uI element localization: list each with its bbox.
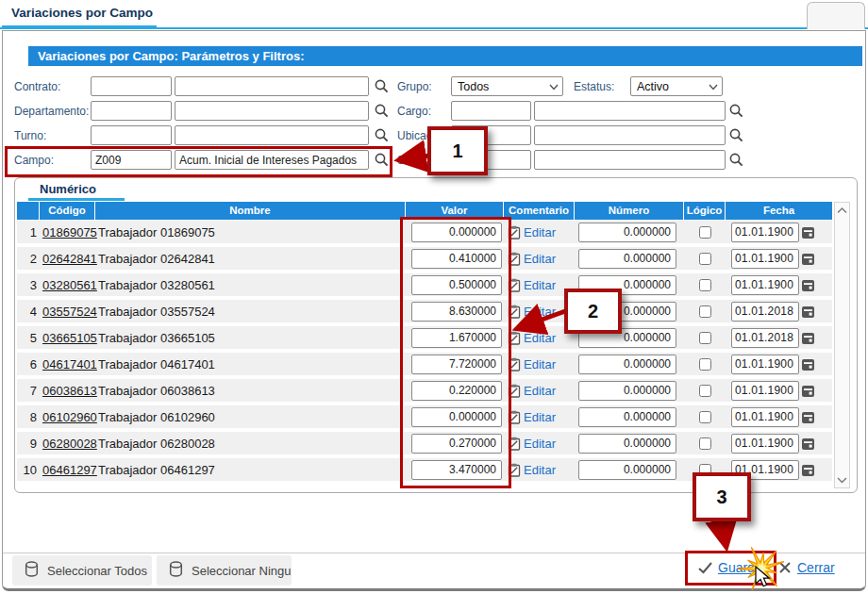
- fecha-input[interactable]: [731, 355, 799, 374]
- calendar-icon[interactable]: [801, 410, 815, 424]
- valor-input[interactable]: [411, 249, 502, 269]
- logico-checkbox[interactable]: [699, 358, 711, 371]
- codigo-link[interactable]: 06280028: [42, 437, 97, 451]
- calendar-icon[interactable]: [801, 225, 815, 239]
- scroll-down-icon[interactable]: [835, 472, 849, 487]
- logico-checkbox[interactable]: [699, 437, 711, 450]
- calendar-icon[interactable]: [801, 278, 815, 292]
- logico-checkbox[interactable]: [699, 226, 711, 239]
- col-header-valor[interactable]: Valor: [406, 202, 504, 220]
- ubicacion-name-input[interactable]: [534, 125, 726, 145]
- logico-checkbox[interactable]: [699, 411, 711, 423]
- seleccionar-todos-button[interactable]: Seleccionar Todos: [12, 555, 152, 586]
- guardar-button[interactable]: Guardar: [718, 560, 766, 575]
- fecha-input[interactable]: [731, 249, 799, 269]
- contrato-code-input[interactable]: [91, 76, 172, 96]
- editar-link[interactable]: Editar: [524, 225, 556, 239]
- codigo-link[interactable]: 03280561: [42, 278, 97, 292]
- valor-input[interactable]: [411, 355, 502, 374]
- valor-input[interactable]: [411, 275, 502, 295]
- col-header-numero[interactable]: Número: [575, 202, 684, 220]
- fecha-input[interactable]: [731, 223, 799, 242]
- cerrar-button[interactable]: Cerrar: [797, 560, 835, 575]
- vertical-scrollbar[interactable]: [834, 202, 850, 488]
- numero-input[interactable]: [578, 460, 676, 480]
- codigo-link[interactable]: 06102960: [42, 410, 97, 424]
- tab-numerico[interactable]: Numérico: [40, 182, 96, 196]
- fecha-input[interactable]: [731, 381, 799, 401]
- departamento-code-input[interactable]: [91, 101, 172, 121]
- departamento-lookup-icon[interactable]: [374, 103, 390, 119]
- numero-input[interactable]: [578, 407, 676, 427]
- valor-input[interactable]: [411, 381, 502, 401]
- calendar-icon[interactable]: [801, 331, 815, 345]
- logico-checkbox[interactable]: [699, 332, 711, 344]
- valor-input[interactable]: [411, 302, 502, 322]
- editar-link[interactable]: Editar: [524, 278, 556, 292]
- cargo-name-input[interactable]: [534, 101, 726, 121]
- logico-checkbox[interactable]: [699, 305, 711, 318]
- logico-checkbox[interactable]: [699, 279, 711, 291]
- col-header-logico[interactable]: Lógico: [684, 202, 726, 220]
- editar-link[interactable]: Editar: [524, 410, 556, 424]
- codigo-link[interactable]: 01869075: [42, 225, 97, 239]
- sucursal-name-input[interactable]: [534, 150, 726, 170]
- numero-input[interactable]: [578, 355, 676, 374]
- codigo-link[interactable]: 03557524: [42, 305, 97, 319]
- estatus-select[interactable]: Activo: [630, 76, 723, 96]
- numero-input[interactable]: [578, 434, 676, 454]
- cargo-lookup-icon[interactable]: [728, 103, 744, 119]
- valor-input[interactable]: [411, 328, 502, 348]
- fecha-input[interactable]: [731, 302, 799, 322]
- codigo-link[interactable]: 03665105: [42, 331, 97, 345]
- calendar-icon[interactable]: [801, 357, 815, 371]
- turno-lookup-icon[interactable]: [374, 127, 390, 143]
- fecha-input[interactable]: [731, 328, 799, 348]
- turno-code-input[interactable]: [91, 125, 172, 145]
- calendar-icon[interactable]: [801, 384, 815, 398]
- editar-link[interactable]: Editar: [524, 305, 556, 319]
- logico-checkbox[interactable]: [699, 385, 711, 397]
- sucursal-lookup-icon[interactable]: [728, 152, 744, 168]
- calendar-icon[interactable]: [801, 305, 815, 319]
- ubicacion-lookup-icon[interactable]: [728, 127, 744, 143]
- col-header-comentario[interactable]: Comentario: [504, 202, 575, 220]
- campo-code-input[interactable]: [91, 150, 172, 170]
- numero-input[interactable]: [578, 249, 676, 269]
- cargo-code-input[interactable]: [451, 101, 531, 121]
- fecha-input[interactable]: [731, 434, 799, 454]
- valor-input[interactable]: [411, 434, 502, 454]
- fecha-input[interactable]: [731, 275, 799, 295]
- codigo-link[interactable]: 06038613: [42, 384, 97, 398]
- calendar-icon[interactable]: [801, 252, 815, 266]
- campo-lookup-icon[interactable]: [374, 152, 390, 168]
- calendar-icon[interactable]: [801, 463, 815, 477]
- fecha-input[interactable]: [731, 407, 799, 427]
- contrato-name-input[interactable]: [175, 76, 369, 96]
- editar-link[interactable]: Editar: [524, 357, 556, 371]
- editar-link[interactable]: Editar: [524, 384, 556, 398]
- numero-input[interactable]: [578, 381, 676, 401]
- numero-input[interactable]: [578, 223, 676, 242]
- seleccionar-ninguno-button[interactable]: Seleccionar Ninguno: [157, 555, 292, 586]
- editar-link[interactable]: Editar: [524, 437, 556, 451]
- col-header-nombre[interactable]: Nombre: [95, 202, 406, 220]
- valor-input[interactable]: [411, 223, 502, 242]
- grupo-select[interactable]: Todos: [451, 76, 563, 96]
- codigo-link[interactable]: 06461297: [42, 463, 97, 477]
- col-header-codigo[interactable]: Código: [40, 202, 95, 220]
- turno-name-input[interactable]: [175, 125, 369, 145]
- contrato-lookup-icon[interactable]: [374, 78, 390, 94]
- valor-input[interactable]: [411, 407, 502, 427]
- calendar-icon[interactable]: [801, 437, 815, 451]
- tab-variaciones-por-campo[interactable]: Variaciones por Campo: [11, 6, 153, 20]
- departamento-name-input[interactable]: [175, 101, 369, 121]
- codigo-link[interactable]: 02642841: [42, 252, 97, 266]
- scroll-up-icon[interactable]: [835, 203, 849, 218]
- editar-link[interactable]: Editar: [524, 331, 556, 345]
- col-header-fecha[interactable]: Fecha: [726, 202, 832, 220]
- campo-name-input[interactable]: [175, 150, 369, 170]
- editar-link[interactable]: Editar: [524, 252, 556, 266]
- editar-link[interactable]: Editar: [524, 463, 556, 477]
- logico-checkbox[interactable]: [699, 253, 711, 265]
